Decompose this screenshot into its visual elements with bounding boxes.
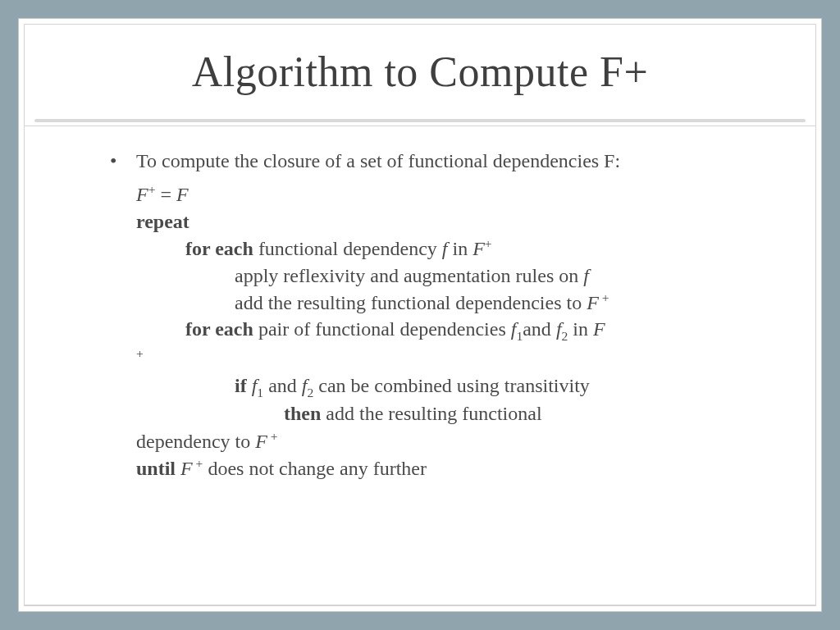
algo-repeat: repeat: [136, 208, 758, 235]
algo-dependency: dependency to F +: [136, 427, 758, 454]
bullet-item: • To compute the closure of a set of fun…: [107, 148, 758, 174]
bullet-marker: •: [107, 148, 136, 174]
algo-then: then add the resulting functional: [136, 400, 758, 427]
algo-foreach-1: for each functional dependency f in F+: [136, 235, 758, 262]
algo-if: if f1 and f2 can be combined using trans…: [136, 372, 758, 401]
algorithm-block: F+ = F repeat for each functional depend…: [136, 180, 758, 482]
algo-until: until F + does not change any further: [136, 454, 758, 482]
algo-hanging-superscript: +: [136, 345, 758, 372]
title-container: Algorithm to Compute F+: [25, 25, 815, 119]
algo-apply: apply reflexivity and augmentation rules…: [136, 262, 758, 289]
algo-add-1: add the resulting functional dependencie…: [136, 289, 758, 316]
content-area: • To compute the closure of a set of fun…: [25, 126, 815, 605]
algo-init: F+ = F: [136, 180, 758, 208]
slide-inner-frame: Algorithm to Compute F+ • To compute the…: [24, 24, 816, 606]
slide-outer-frame: Algorithm to Compute F+ • To compute the…: [18, 18, 822, 612]
footer-divider: [25, 605, 815, 605]
bullet-text: To compute the closure of a set of funct…: [136, 148, 758, 174]
slide-title: Algorithm to Compute F+: [57, 48, 783, 96]
algo-foreach-2: for each pair of functional dependencies…: [136, 316, 758, 345]
title-divider-thick: [34, 119, 806, 122]
